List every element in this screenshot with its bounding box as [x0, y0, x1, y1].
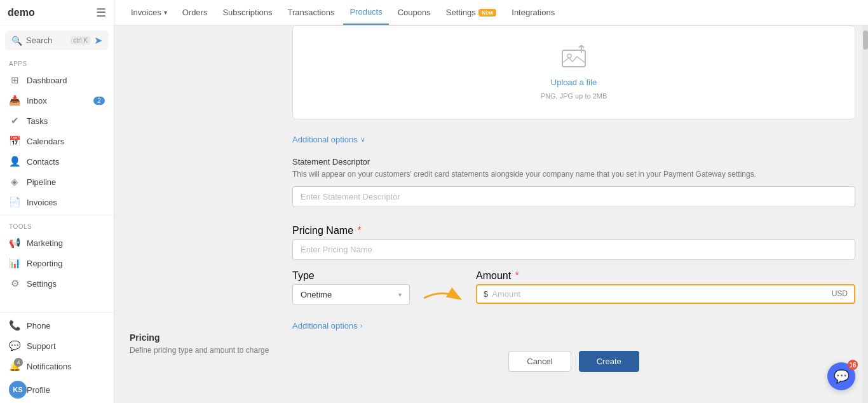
sidebar-item-notifications[interactable]: 🔔 4 Notifications — [0, 356, 114, 376]
additional-options-1-chevron: ∨ — [360, 135, 365, 144]
nav-item-integrations[interactable]: Integrations — [505, 0, 561, 25]
arrow-annotation-wrap — [417, 285, 468, 311]
nav-label-orders: Orders — [182, 8, 208, 17]
chat-icon: 💬 — [834, 369, 850, 384]
sidebar-divider-bottom — [0, 312, 114, 313]
sidebar-item-label: Tasks — [27, 116, 105, 126]
sidebar-item-settings[interactable]: ⚙ Settings — [0, 273, 114, 294]
amount-group: Amount * $ USD — [476, 270, 855, 304]
statement-descriptor-desc: This will appear on your customers' cred… — [292, 169, 855, 180]
app-logo: demo — [8, 7, 35, 18]
reporting-icon: 📊 — [9, 257, 20, 269]
nav-label-transactions: Transactions — [287, 8, 334, 17]
invoices-icon: 📄 — [9, 196, 20, 208]
sidebar-item-label: Calendars — [27, 137, 105, 146]
chat-badge: 16 — [848, 360, 858, 370]
statement-descriptor-group: Statement Descriptor This will appear on… — [292, 157, 855, 207]
nav-item-transactions[interactable]: Transactions — [281, 0, 341, 25]
search-shortcut: ctrl K — [71, 36, 90, 44]
calendars-icon: 📅 — [9, 135, 20, 147]
nav-item-settings[interactable]: Settings New — [440, 0, 503, 25]
type-select[interactable]: Onetime ▾ — [292, 284, 410, 305]
search-nav-icon: ➤ — [94, 34, 102, 46]
pipeline-icon: ◈ — [9, 176, 20, 188]
sidebar-item-label: Invoices — [27, 198, 105, 207]
nav-label-coupons: Coupons — [398, 8, 431, 17]
sidebar-item-profile[interactable]: KS Profile — [0, 376, 114, 403]
tools-section-label: Tools — [0, 218, 114, 233]
required-star: * — [357, 225, 361, 236]
pricing-name-label: Pricing Name * — [292, 225, 855, 236]
sidebar-item-label: Pipeline — [27, 177, 105, 187]
type-amount-row: Type Onetime ▾ — [292, 270, 855, 311]
pricing-name-input[interactable] — [292, 239, 855, 260]
upload-icon — [561, 45, 587, 72]
sidebar-item-invoices[interactable]: 📄 Invoices — [0, 192, 114, 212]
nav-item-orders[interactable]: Orders — [176, 0, 214, 25]
settings-new-badge: New — [478, 9, 497, 17]
additional-options-2-chevron: › — [360, 322, 363, 329]
sidebar-item-calendars[interactable]: 📅 Calendars — [0, 131, 114, 151]
sidebar-item-label: Profile — [27, 385, 105, 395]
phone-icon: 📞 — [9, 320, 20, 331]
additional-options-1-label: Additional options — [292, 135, 358, 144]
sidebar-item-label: Settings — [27, 279, 105, 289]
sidebar-item-dashboard[interactable]: ⊞ Dashboard — [0, 70, 114, 90]
support-icon: 💬 — [9, 340, 20, 352]
amount-input[interactable] — [492, 289, 827, 299]
avatar: KS — [9, 381, 27, 399]
notifications-badge: 4 — [14, 358, 23, 367]
sidebar-item-label: Notifications — [27, 362, 105, 371]
nav-label-products: Products — [349, 7, 382, 17]
nav-item-products[interactable]: Products — [343, 0, 388, 25]
sidebar-item-reporting[interactable]: 📊 Reporting — [0, 253, 114, 273]
additional-options-2[interactable]: Additional options › — [292, 321, 855, 331]
pricing-section-title: Pricing — [130, 332, 277, 343]
nav-label-invoices: Invoices — [131, 8, 161, 17]
dashboard-icon: ⊞ — [9, 74, 20, 86]
sidebar-item-label: Dashboard — [27, 76, 105, 85]
notifications-icon-wrap: 🔔 4 — [9, 360, 20, 372]
sidebar-item-label: Phone — [27, 321, 105, 331]
sidebar-item-label: Reporting — [27, 259, 105, 268]
sidebar-item-label: Support — [27, 341, 105, 351]
additional-options-1[interactable]: Additional options ∨ — [292, 135, 855, 144]
upload-label: Upload a file — [551, 78, 597, 87]
settings-icon: ⚙ — [9, 278, 20, 289]
amount-box: $ USD — [476, 284, 855, 304]
nav-label-subscriptions: Subscriptions — [222, 8, 272, 17]
sidebar-item-inbox[interactable]: 📥 Inbox 2 — [0, 90, 114, 111]
chat-bubble[interactable]: 💬 16 — [827, 362, 855, 390]
sidebar-item-marketing[interactable]: 📢 Marketing — [0, 233, 114, 253]
upload-area[interactable]: Upload a file PNG, JPG up to 2MB — [292, 25, 855, 120]
hamburger-icon[interactable]: ☰ — [96, 6, 106, 20]
sidebar-item-pipeline[interactable]: ◈ Pipeline — [0, 172, 114, 192]
svg-point-1 — [567, 54, 571, 58]
arrow-annotation-svg — [417, 285, 468, 311]
nav-item-subscriptions[interactable]: Subscriptions — [216, 0, 278, 25]
sidebar-logo: demo ☰ — [0, 0, 114, 25]
search-bar[interactable]: 🔍 Search ctrl K ➤ — [5, 31, 109, 50]
main: Invoices ▾ Orders Subscriptions Transact… — [114, 0, 868, 403]
cancel-button[interactable]: Cancel — [508, 351, 571, 372]
sidebar-item-phone[interactable]: 📞 Phone — [0, 315, 114, 336]
sidebar-divider — [0, 215, 114, 215]
create-button[interactable]: Create — [579, 351, 639, 372]
nav-item-invoices[interactable]: Invoices ▾ — [125, 0, 173, 25]
sidebar-item-contacts[interactable]: 👤 Contacts — [0, 151, 114, 172]
scroll-thumb[interactable] — [863, 31, 868, 50]
statement-descriptor-input[interactable] — [292, 186, 855, 207]
additional-options-2-label: Additional options — [292, 321, 358, 331]
sidebar: demo ☰ 🔍 Search ctrl K ➤ Apps ⊞ Dashboar… — [0, 0, 114, 403]
scrollbar[interactable] — [863, 25, 868, 403]
profile-avatar: KS — [9, 381, 20, 399]
upload-hint: PNG, JPG up to 2MB — [541, 92, 607, 100]
top-nav: Invoices ▾ Orders Subscriptions Transact… — [114, 0, 868, 25]
pricing-section-desc: Define pricing type and amount to charge — [130, 345, 277, 356]
nav-item-coupons[interactable]: Coupons — [391, 0, 437, 25]
sidebar-item-support[interactable]: 💬 Support — [0, 336, 114, 356]
sidebar-item-tasks[interactable]: ✔ Tasks — [0, 111, 114, 131]
statement-descriptor-label: Statement Descriptor — [292, 157, 855, 167]
type-value: Onetime — [301, 290, 332, 299]
sidebar-item-label: Marketing — [27, 238, 105, 248]
